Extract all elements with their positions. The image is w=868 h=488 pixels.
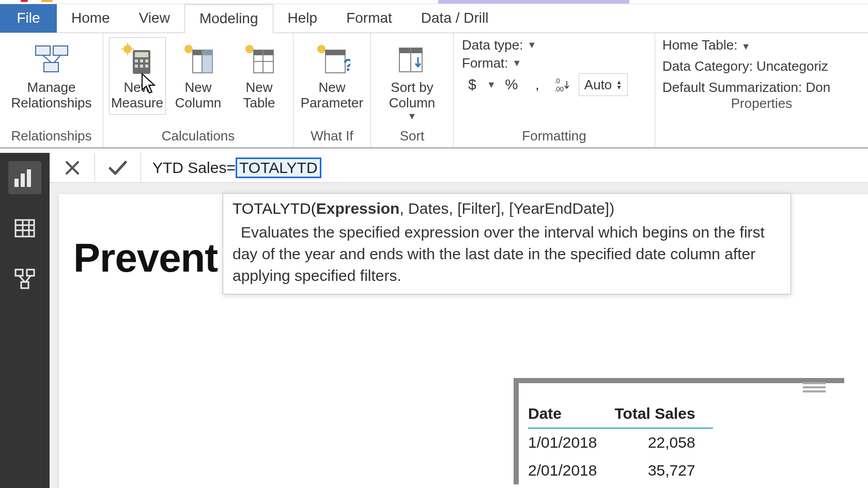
chevron-down-icon: ▼ — [741, 41, 751, 52]
cell-value: 35,727 — [614, 456, 712, 484]
thousands-separator-button[interactable]: , — [527, 74, 548, 96]
chevron-down-icon: ▼ — [528, 40, 537, 51]
table-row[interactable]: 2/01/2018 35,727 — [528, 456, 713, 484]
relationships-icon — [33, 41, 70, 78]
svg-rect-40 — [16, 220, 34, 237]
svg-rect-12 — [135, 59, 138, 62]
svg-rect-38 — [21, 174, 25, 187]
data-view-button[interactable] — [8, 212, 41, 245]
svg-rect-13 — [140, 59, 143, 62]
report-view-button[interactable] — [8, 161, 41, 194]
table-visual[interactable]: Date Total Sales 1/01/2018 22,058 2/01/2… — [514, 378, 844, 484]
group-label-sort: Sort — [371, 128, 453, 147]
svg-rect-2 — [44, 62, 58, 72]
formula-highlight-token: TOTALYTD — [236, 158, 321, 178]
table-row[interactable]: 1/01/2018 22,058 — [528, 428, 713, 456]
new-parameter-button[interactable]: ? New Parameter — [299, 37, 366, 115]
svg-point-5 — [123, 45, 132, 53]
intellisense-description: Evaluates the specified expression over … — [233, 222, 781, 287]
svg-line-4 — [54, 55, 60, 62]
table-header-date[interactable]: Date — [528, 402, 614, 428]
data-type-label: Data type: — [462, 37, 523, 53]
sort-by-column-button[interactable]: Sort by Column ▼ — [376, 37, 448, 125]
cell-date: 1/01/2018 — [528, 428, 614, 456]
new-measure-button[interactable]: New Measure — [109, 37, 166, 115]
home-table-dropdown[interactable]: Home Table: ▼ — [662, 37, 751, 53]
svg-rect-14 — [145, 59, 148, 62]
home-table-label: Home Table: — [662, 37, 738, 53]
group-label-relationships: Relationships — [0, 128, 103, 147]
new-measure-label: New Measure — [111, 80, 163, 111]
svg-rect-0 — [36, 46, 50, 55]
data-type-dropdown[interactable]: Data type: ▼ — [462, 37, 536, 53]
formula-equals: = — [226, 159, 236, 177]
svg-text:.0: .0 — [554, 77, 560, 85]
ribbon-tabs: File Home View Modeling Help Format Data… — [0, 4, 868, 33]
new-column-icon — [180, 41, 217, 78]
currency-format-button[interactable]: $ ▼ — [462, 74, 496, 96]
tab-data-drill[interactable]: Data / Drill — [407, 4, 503, 33]
intellisense-function-name: TOTALYTD( — [233, 200, 316, 217]
manage-relationships-button[interactable]: Manage Relationships — [8, 37, 96, 115]
chevron-down-icon: ▼ — [487, 80, 496, 90]
data-category-label: Data Category: Uncategoriz — [662, 58, 828, 74]
move-grip-icon[interactable] — [803, 382, 826, 392]
tab-file[interactable]: File — [0, 4, 57, 33]
new-parameter-label: New Parameter — [301, 80, 363, 111]
svg-rect-47 — [21, 282, 28, 288]
decimal-places-auto[interactable]: Auto ▲ ▼ — [579, 73, 628, 96]
tab-modeling[interactable]: Modeling — [184, 4, 273, 33]
tab-home[interactable]: Home — [57, 4, 125, 33]
new-column-button[interactable]: New Column — [170, 37, 227, 115]
default-summarization-dropdown[interactable]: Default Summarization: Don — [662, 80, 830, 96]
currency-icon: $ — [462, 74, 483, 96]
data-category-dropdown[interactable]: Data Category: Uncategoriz — [662, 58, 828, 74]
svg-rect-21 — [202, 50, 212, 73]
new-parameter-icon: ? — [314, 41, 351, 78]
commit-formula-button[interactable] — [95, 153, 141, 182]
view-switch-rail — [0, 153, 50, 488]
svg-rect-46 — [27, 270, 34, 276]
svg-rect-39 — [27, 169, 31, 187]
new-measure-icon — [119, 41, 156, 78]
decimal-auto-label: Auto — [584, 77, 612, 93]
spin-down-icon[interactable]: ▼ — [616, 85, 622, 90]
percent-format-button[interactable]: % — [501, 74, 522, 96]
svg-line-48 — [19, 276, 25, 282]
svg-rect-1 — [53, 46, 68, 55]
format-label: Format: — [462, 55, 508, 71]
table-header-total-sales[interactable]: Total Sales — [614, 402, 712, 428]
svg-rect-17 — [145, 65, 148, 68]
svg-rect-30 — [326, 50, 345, 55]
default-summarization-label: Default Summarization: Don — [662, 80, 830, 95]
svg-text:.00: .00 — [554, 85, 564, 93]
tab-format[interactable]: Format — [332, 4, 407, 33]
ribbon: Manage Relationships Relationships New M… — [0, 33, 868, 149]
new-column-label: New Column — [175, 80, 222, 111]
svg-rect-45 — [16, 270, 23, 276]
svg-point-18 — [184, 45, 193, 53]
new-table-button[interactable]: New Table — [231, 37, 288, 115]
cell-date: 2/01/2018 — [528, 456, 614, 484]
svg-rect-11 — [135, 52, 148, 57]
svg-rect-16 — [140, 65, 143, 68]
svg-point-23 — [245, 45, 254, 53]
format-dropdown[interactable]: Format: ▼ — [462, 55, 521, 71]
formula-input[interactable]: YTD Sales = TOTALYTD — [141, 158, 868, 178]
sort-by-column-icon — [394, 41, 431, 78]
svg-text:?: ? — [343, 55, 350, 74]
formula-bar: YTD Sales = TOTALYTD — [50, 153, 868, 183]
intellisense-current-arg: Expression — [316, 200, 400, 217]
group-label-formatting: Formatting — [454, 128, 655, 147]
cancel-formula-button[interactable] — [50, 153, 95, 182]
intellisense-remaining-args: , Dates, [Filter], [YearEndDate]) — [399, 200, 614, 217]
svg-line-3 — [43, 55, 51, 62]
chevron-down-icon: ▼ — [408, 111, 417, 122]
tab-help[interactable]: Help — [273, 4, 332, 33]
group-label-properties: Properties — [655, 96, 868, 115]
tab-view[interactable]: View — [125, 4, 184, 33]
group-label-whatif: What If — [293, 128, 370, 147]
svg-rect-15 — [135, 65, 138, 68]
model-view-button[interactable] — [8, 262, 41, 295]
decimal-places-icon: .0.00 — [553, 74, 574, 96]
